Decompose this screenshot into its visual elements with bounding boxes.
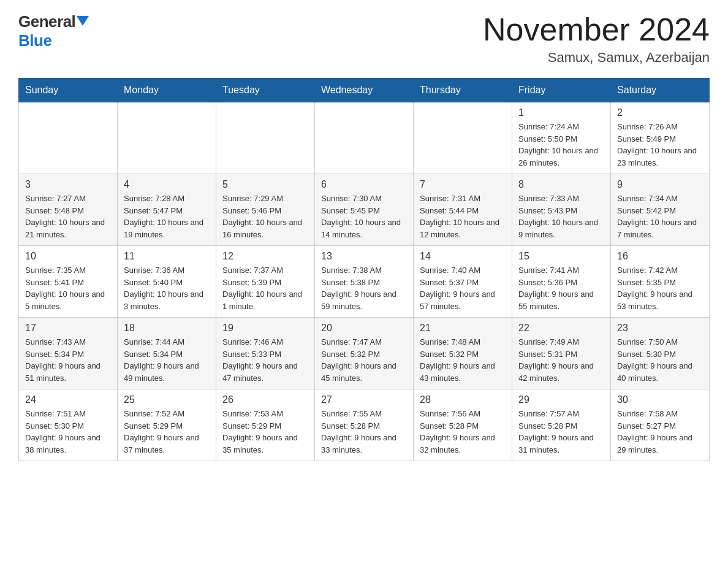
calendar-cell: 8Sunrise: 7:33 AM Sunset: 5:43 PM Daylig… [512, 174, 611, 246]
day-number: 25 [124, 394, 210, 405]
day-info: Sunrise: 7:37 AM Sunset: 5:39 PM Dayligh… [222, 264, 308, 312]
header-row: Sunday Monday Tuesday Wednesday Thursday… [19, 79, 710, 102]
calendar-cell: 14Sunrise: 7:40 AM Sunset: 5:37 PM Dayli… [414, 246, 512, 318]
day-number: 17 [25, 323, 111, 334]
col-thursday: Thursday [414, 79, 512, 102]
day-number: 7 [420, 179, 506, 190]
day-number: 23 [617, 323, 703, 334]
day-info: Sunrise: 7:49 AM Sunset: 5:31 PM Dayligh… [518, 336, 604, 384]
day-number: 27 [321, 394, 407, 405]
day-number: 30 [617, 394, 703, 405]
day-info: Sunrise: 7:47 AM Sunset: 5:32 PM Dayligh… [321, 336, 407, 384]
day-info: Sunrise: 7:48 AM Sunset: 5:32 PM Dayligh… [420, 336, 506, 384]
day-info: Sunrise: 7:51 AM Sunset: 5:30 PM Dayligh… [25, 408, 111, 456]
title-area: November 2024 Samux, Samux, Azerbaijan [483, 12, 710, 66]
logo-blue-text: Blue [18, 31, 51, 50]
calendar-cell [118, 102, 216, 174]
calendar-cell: 13Sunrise: 7:38 AM Sunset: 5:38 PM Dayli… [315, 246, 414, 318]
calendar-cell [414, 102, 512, 174]
week-row-4: 17Sunrise: 7:43 AM Sunset: 5:34 PM Dayli… [19, 318, 710, 389]
calendar-cell: 12Sunrise: 7:37 AM Sunset: 5:39 PM Dayli… [216, 246, 315, 318]
day-number: 16 [617, 251, 703, 262]
day-info: Sunrise: 7:24 AM Sunset: 5:50 PM Dayligh… [518, 121, 604, 169]
day-number: 2 [617, 107, 703, 118]
calendar-cell: 16Sunrise: 7:42 AM Sunset: 5:35 PM Dayli… [611, 246, 710, 318]
calendar-cell: 3Sunrise: 7:27 AM Sunset: 5:48 PM Daylig… [19, 174, 118, 246]
logo-general-text: General [18, 12, 75, 31]
day-number: 12 [222, 251, 308, 262]
calendar-cell: 24Sunrise: 7:51 AM Sunset: 5:30 PM Dayli… [19, 389, 118, 461]
day-number: 29 [518, 394, 604, 405]
day-number: 8 [518, 179, 604, 190]
week-row-3: 10Sunrise: 7:35 AM Sunset: 5:41 PM Dayli… [19, 246, 710, 318]
day-number: 28 [420, 394, 506, 405]
day-info: Sunrise: 7:31 AM Sunset: 5:44 PM Dayligh… [420, 193, 506, 240]
logo: General Blue [18, 12, 89, 50]
calendar-cell: 30Sunrise: 7:58 AM Sunset: 5:27 PM Dayli… [611, 389, 710, 461]
day-number: 1 [518, 107, 604, 118]
day-info: Sunrise: 7:44 AM Sunset: 5:34 PM Dayligh… [124, 336, 210, 384]
calendar-cell: 1Sunrise: 7:24 AM Sunset: 5:50 PM Daylig… [512, 102, 611, 174]
day-info: Sunrise: 7:28 AM Sunset: 5:47 PM Dayligh… [124, 193, 210, 240]
day-number: 20 [321, 323, 407, 334]
location-title: Samux, Samux, Azerbaijan [483, 50, 710, 66]
header: General Blue November 2024 Samux, Samux,… [18, 12, 710, 66]
calendar-cell: 18Sunrise: 7:44 AM Sunset: 5:34 PM Dayli… [118, 318, 216, 389]
col-sunday: Sunday [19, 79, 118, 102]
day-info: Sunrise: 7:33 AM Sunset: 5:43 PM Dayligh… [518, 193, 604, 240]
col-tuesday: Tuesday [216, 79, 315, 102]
day-info: Sunrise: 7:53 AM Sunset: 5:29 PM Dayligh… [222, 408, 308, 456]
calendar-cell: 2Sunrise: 7:26 AM Sunset: 5:49 PM Daylig… [611, 102, 710, 174]
day-info: Sunrise: 7:38 AM Sunset: 5:38 PM Dayligh… [321, 264, 407, 312]
calendar-cell: 5Sunrise: 7:29 AM Sunset: 5:46 PM Daylig… [216, 174, 315, 246]
day-info: Sunrise: 7:46 AM Sunset: 5:33 PM Dayligh… [222, 336, 308, 384]
calendar-cell: 11Sunrise: 7:36 AM Sunset: 5:40 PM Dayli… [118, 246, 216, 318]
calendar-cell: 23Sunrise: 7:50 AM Sunset: 5:30 PM Dayli… [611, 318, 710, 389]
calendar-cell: 4Sunrise: 7:28 AM Sunset: 5:47 PM Daylig… [118, 174, 216, 246]
day-info: Sunrise: 7:30 AM Sunset: 5:45 PM Dayligh… [321, 193, 407, 240]
calendar-cell: 27Sunrise: 7:55 AM Sunset: 5:28 PM Dayli… [315, 389, 414, 461]
day-number: 13 [321, 251, 407, 262]
calendar-table: Sunday Monday Tuesday Wednesday Thursday… [18, 78, 710, 461]
calendar-cell: 17Sunrise: 7:43 AM Sunset: 5:34 PM Dayli… [19, 318, 118, 389]
calendar-cell: 6Sunrise: 7:30 AM Sunset: 5:45 PM Daylig… [315, 174, 414, 246]
day-number: 4 [124, 179, 210, 190]
day-info: Sunrise: 7:42 AM Sunset: 5:35 PM Dayligh… [617, 264, 703, 312]
calendar-cell [216, 102, 315, 174]
day-number: 6 [321, 179, 407, 190]
calendar-cell: 9Sunrise: 7:34 AM Sunset: 5:42 PM Daylig… [611, 174, 710, 246]
week-row-2: 3Sunrise: 7:27 AM Sunset: 5:48 PM Daylig… [19, 174, 710, 246]
calendar-cell: 21Sunrise: 7:48 AM Sunset: 5:32 PM Dayli… [414, 318, 512, 389]
week-row-5: 24Sunrise: 7:51 AM Sunset: 5:30 PM Dayli… [19, 389, 710, 461]
day-info: Sunrise: 7:57 AM Sunset: 5:28 PM Dayligh… [518, 408, 604, 456]
month-title: November 2024 [483, 12, 710, 47]
calendar-cell: 28Sunrise: 7:56 AM Sunset: 5:28 PM Dayli… [414, 389, 512, 461]
day-number: 26 [222, 394, 308, 405]
day-info: Sunrise: 7:58 AM Sunset: 5:27 PM Dayligh… [617, 408, 703, 456]
calendar-cell: 15Sunrise: 7:41 AM Sunset: 5:36 PM Dayli… [512, 246, 611, 318]
calendar-cell: 25Sunrise: 7:52 AM Sunset: 5:29 PM Dayli… [118, 389, 216, 461]
day-number: 15 [518, 251, 604, 262]
day-info: Sunrise: 7:27 AM Sunset: 5:48 PM Dayligh… [25, 193, 111, 240]
day-number: 9 [617, 179, 703, 190]
col-monday: Monday [118, 79, 216, 102]
day-info: Sunrise: 7:34 AM Sunset: 5:42 PM Dayligh… [617, 193, 703, 240]
logo-triangle-icon [77, 16, 89, 26]
day-number: 3 [25, 179, 111, 190]
day-info: Sunrise: 7:43 AM Sunset: 5:34 PM Dayligh… [25, 336, 111, 384]
calendar-cell: 10Sunrise: 7:35 AM Sunset: 5:41 PM Dayli… [19, 246, 118, 318]
day-number: 22 [518, 323, 604, 334]
day-info: Sunrise: 7:35 AM Sunset: 5:41 PM Dayligh… [25, 264, 111, 312]
day-number: 19 [222, 323, 308, 334]
col-friday: Friday [512, 79, 611, 102]
day-info: Sunrise: 7:50 AM Sunset: 5:30 PM Dayligh… [617, 336, 703, 384]
day-number: 18 [124, 323, 210, 334]
week-row-1: 1Sunrise: 7:24 AM Sunset: 5:50 PM Daylig… [19, 102, 710, 174]
day-info: Sunrise: 7:40 AM Sunset: 5:37 PM Dayligh… [420, 264, 506, 312]
day-number: 14 [420, 251, 506, 262]
calendar-cell [315, 102, 414, 174]
calendar-cell: 22Sunrise: 7:49 AM Sunset: 5:31 PM Dayli… [512, 318, 611, 389]
day-info: Sunrise: 7:36 AM Sunset: 5:40 PM Dayligh… [124, 264, 210, 312]
calendar-cell: 26Sunrise: 7:53 AM Sunset: 5:29 PM Dayli… [216, 389, 315, 461]
day-number: 5 [222, 179, 308, 190]
